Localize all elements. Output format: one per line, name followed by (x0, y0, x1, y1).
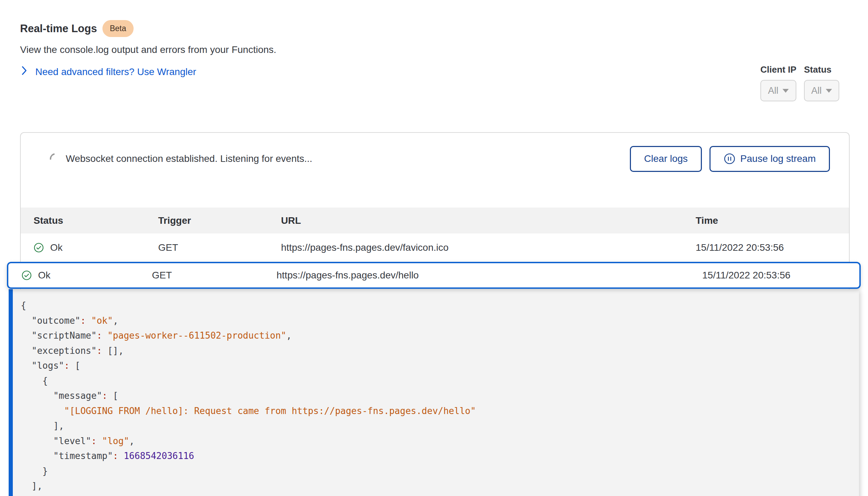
expanded-log-row[interactable]: Ok GET https://pages-fns.pages.dev/hello… (7, 262, 861, 289)
column-header-status: Status (34, 215, 158, 226)
pause-circle-icon (724, 153, 735, 165)
status-filter-group: Status All (804, 64, 839, 101)
column-header-url: URL (281, 215, 696, 226)
column-header-trigger: Trigger (158, 215, 281, 226)
row-status-cell: Ok (21, 270, 152, 281)
spinner-icon (48, 151, 63, 167)
caret-down-icon (783, 89, 789, 93)
log-filters: Client IP All Status All (760, 64, 839, 101)
row-status-label: Ok (38, 270, 51, 281)
stream-status-row: Websocket connection established. Listen… (21, 133, 849, 185)
row-trigger-cell: GET (158, 242, 281, 253)
advanced-filters-link[interactable]: Need advanced filters? Use Wrangler (21, 66, 196, 78)
client-ip-filter-dropdown[interactable]: All (760, 80, 796, 101)
check-circle-icon (21, 270, 32, 281)
log-table-row[interactable]: Ok GET https://pages-fns.pages.dev/favic… (21, 233, 849, 262)
beta-badge: Beta (102, 20, 133, 37)
page-title: Real-time Logs (20, 22, 97, 35)
clear-logs-button[interactable]: Clear logs (630, 146, 702, 172)
column-header-time: Time (696, 215, 849, 226)
row-status-cell: Ok (34, 242, 158, 253)
row-url-cell: https://pages-fns.pages.dev/favicon.ico (281, 242, 696, 253)
row-url-cell: https://pages-fns.pages.dev/hello (277, 270, 702, 281)
status-filter-label: Status (804, 64, 839, 75)
row-status-label: Ok (50, 242, 63, 253)
page-subtitle: View the console.log output and errors f… (20, 44, 276, 55)
pause-log-stream-button[interactable]: Pause log stream (709, 146, 830, 172)
row-time-cell: 15/11/2022 20:53:56 (696, 242, 849, 253)
status-filter-value: All (811, 85, 822, 96)
log-detail-panel: { "outcome": "ok", "scriptName": "pages-… (9, 289, 859, 496)
status-filter-dropdown[interactable]: All (804, 80, 839, 101)
pause-log-stream-label: Pause log stream (740, 153, 816, 164)
realtime-logs-page: Real-time Logs Beta View the console.log… (0, 0, 868, 496)
stream-actions: Clear logs Pause log stream (630, 146, 830, 172)
client-ip-filter-label: Client IP (760, 64, 796, 75)
row-trigger-cell: GET (152, 270, 277, 281)
chevron-right-icon (21, 66, 28, 78)
websocket-status-text: Websocket connection established. Listen… (66, 153, 312, 164)
logs-table-header: Status Trigger URL Time (21, 208, 849, 233)
clear-logs-label: Clear logs (644, 153, 688, 164)
client-ip-filter-value: All (768, 85, 778, 96)
log-json-code: { "outcome": "ok", "scriptName": "pages-… (13, 289, 859, 494)
advanced-filters-link-label: Need advanced filters? Use Wrangler (35, 66, 196, 77)
page-header: Real-time Logs Beta (20, 20, 134, 37)
check-circle-icon (34, 242, 44, 253)
caret-down-icon (826, 89, 832, 93)
row-time-cell: 15/11/2022 20:53:56 (702, 270, 859, 281)
client-ip-filter-group: Client IP All (760, 64, 796, 101)
